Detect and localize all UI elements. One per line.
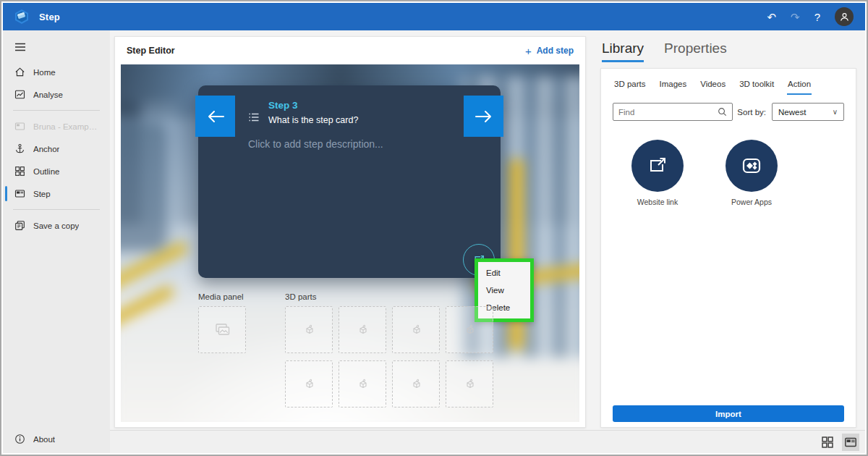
search-box[interactable] (613, 103, 733, 121)
previous-step-button[interactable] (195, 96, 235, 137)
plus-icon: + (525, 45, 532, 57)
sidebar-item-analyse[interactable]: Analyse (3, 83, 110, 106)
menu-item-edit[interactable]: Edit (478, 264, 530, 282)
sidebar-item-about[interactable]: About (3, 428, 110, 450)
menu-item-view[interactable]: View (478, 282, 530, 299)
workspace: Step Editor + Add step (110, 30, 865, 453)
power-apps-circle (726, 140, 778, 192)
app-title: Step (39, 12, 60, 22)
parts-slot[interactable] (285, 360, 333, 408)
content: Home Analyse Bruna - Example Gui... (3, 30, 865, 453)
parts-slot[interactable] (446, 306, 493, 353)
website-link-circle (631, 140, 684, 192)
add-step-label: Add step (537, 46, 574, 56)
library-panel: Library Properties 3D parts Images Video… (592, 36, 859, 428)
step-view-button[interactable] (842, 434, 859, 451)
tab-library[interactable]: Library (602, 41, 644, 62)
guide-card-icon (14, 121, 25, 132)
parts-slot[interactable] (339, 360, 386, 408)
website-link-icon (645, 153, 670, 178)
app-logo-icon (13, 8, 30, 25)
subtab-3d-parts[interactable]: 3D parts (614, 80, 645, 88)
find-sort-row: Sort by: Newest ∨ (613, 103, 844, 121)
media-panel-slot[interactable] (198, 306, 246, 353)
anchor-icon (14, 143, 25, 154)
panels: Step Editor + Add step (110, 30, 865, 428)
app-window: Step ↶ ↷ ? H (3, 3, 865, 453)
person-icon (839, 12, 850, 22)
step-card[interactable]: Step 3 What is the step card? Click to a… (198, 85, 501, 278)
parts-slot[interactable] (392, 306, 440, 353)
sidebar-item-label: Analyse (33, 90, 63, 99)
sidebar-item-save-a-copy[interactable]: Save a copy (3, 214, 110, 237)
sidebar-item-outline[interactable]: Outline (3, 160, 110, 182)
step-card-title[interactable]: Step 3 (268, 100, 298, 111)
search-input[interactable] (618, 108, 718, 117)
save-copy-icon (14, 220, 25, 231)
undo-icon[interactable]: ↶ (767, 12, 777, 22)
media-panel-label: Media panel (198, 292, 244, 301)
home-icon (14, 67, 25, 77)
hamburger-icon (14, 42, 26, 52)
grid-view-icon (821, 436, 834, 449)
cube-icon (461, 322, 477, 338)
redo-icon[interactable]: ↷ (791, 12, 800, 22)
sidebar-item-label: Anchor (33, 145, 59, 153)
step-list-icon (248, 111, 260, 123)
cube-icon (354, 322, 370, 338)
chevron-down-icon: ∨ (833, 108, 838, 116)
import-button[interactable]: Import (613, 405, 844, 422)
subtab-videos[interactable]: Videos (700, 80, 726, 88)
step-card-icon (14, 188, 25, 199)
library-item-power-apps[interactable]: Power Apps (717, 140, 786, 206)
subtab-action[interactable]: Action (788, 80, 811, 88)
outline-view-button[interactable] (819, 434, 836, 451)
step-card-question[interactable]: What is the step card? (268, 115, 358, 125)
parts-slot[interactable] (339, 306, 386, 353)
subtab-3d-toolkit[interactable]: 3D toolkit (739, 80, 774, 88)
sidebar-spacer (3, 237, 110, 428)
cube-icon (301, 322, 317, 338)
bottom-statusbar (110, 430, 865, 453)
next-step-button[interactable] (464, 96, 503, 137)
sidebar-item-label: Home (33, 68, 56, 77)
parts-slot[interactable] (392, 360, 440, 408)
hamburger-menu-button[interactable] (3, 36, 110, 61)
parts-slot[interactable] (285, 306, 333, 353)
step-description-placeholder[interactable]: Click to add step description... (248, 138, 383, 150)
window-frame: Step ↶ ↷ ? H (0, 0, 868, 456)
add-step-button[interactable]: + Add step (525, 45, 574, 57)
avatar[interactable] (835, 7, 854, 26)
parts-slot[interactable] (446, 360, 493, 408)
cube-icon (354, 376, 370, 392)
step-view-icon (844, 436, 857, 449)
sort-value: Newest (778, 108, 806, 117)
library-item-label: Power Apps (731, 198, 772, 206)
sidebar-item-home[interactable]: Home (3, 61, 110, 83)
help-icon[interactable]: ? (814, 12, 820, 22)
cube-icon (408, 376, 424, 392)
sort-by-label: Sort by: (737, 108, 772, 117)
arrow-left-icon (206, 109, 225, 124)
outline-grid-icon (14, 166, 25, 177)
info-icon (14, 434, 25, 444)
titlebar: Step ↶ ↷ ? (3, 3, 865, 30)
subtab-images[interactable]: Images (659, 80, 686, 88)
sidebar-item-label: Save a copy (33, 221, 79, 230)
sort-dropdown[interactable]: Newest ∨ (772, 103, 844, 121)
arrow-right-icon (475, 109, 493, 124)
library-tabs: Library Properties (600, 38, 856, 62)
sidebar-item-label: About (33, 435, 55, 444)
sidebar: Home Analyse Bruna - Example Gui... (3, 30, 110, 453)
sidebar-item-anchor[interactable]: Anchor (3, 138, 110, 160)
titlebar-actions: ↶ ↷ ? (767, 7, 854, 26)
sidebar-item-label: Outline (33, 167, 59, 176)
step-editor-panel: Step Editor + Add step (114, 36, 586, 428)
tab-properties[interactable]: Properties (664, 41, 727, 60)
power-apps-icon (739, 153, 765, 179)
library-item-website-link[interactable]: Website link (623, 140, 692, 206)
sidebar-item-label: Step (33, 190, 51, 198)
step-editor-title: Step Editor (127, 46, 175, 56)
step-editor-header: Step Editor + Add step (115, 37, 585, 64)
sidebar-item-step[interactable]: Step (3, 182, 110, 205)
